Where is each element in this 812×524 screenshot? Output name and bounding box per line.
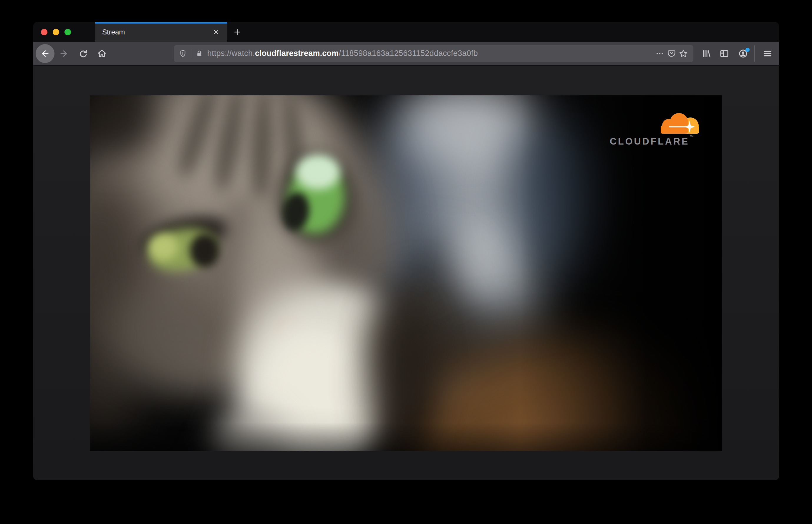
cloudflare-wordmark: CLOUDFLARE [610,136,689,147]
pocket-icon [667,49,676,58]
toolbar-separator [754,45,755,62]
urlbar-separator [191,49,191,59]
star-icon [678,49,688,59]
forward-button[interactable] [58,47,70,60]
page-actions-button[interactable] [654,48,666,60]
macos-fullscreen-button[interactable] [64,29,71,35]
cloudflare-cloud-icon [656,112,701,135]
reload-button[interactable] [77,47,90,60]
cloudflare-watermark-logo [656,112,701,135]
close-icon [213,29,220,35]
new-tab-button[interactable] [232,27,243,38]
reload-icon [78,49,88,59]
url-bar[interactable]: https://watch.cloudflarestream.com/11859… [174,45,693,62]
url-text[interactable]: https://watch.cloudflarestream.com/11859… [207,49,478,58]
navigation-toolbar: https://watch.cloudflarestream.com/11859… [33,42,779,66]
active-tab-indicator [95,22,227,23]
tab-stream[interactable]: Stream [95,22,227,42]
tab-close-button[interactable] [211,27,221,37]
plus-icon [233,28,242,36]
sidebar-toggle-button[interactable] [717,47,731,61]
home-icon [97,48,107,59]
video-bottom-shadow-overlay [90,95,722,451]
bookmark-star-button[interactable] [678,48,689,60]
tab-title: Stream [102,28,125,36]
video-player[interactable]: CLOUDFLARE™ [90,95,722,451]
forward-arrow-icon [59,49,69,59]
tab-bar: Stream [33,22,779,42]
macos-window-controls [41,22,71,42]
hamburger-menu-icon [762,48,773,59]
cloudflare-watermark-text: CLOUDFLARE™ [610,134,694,147]
tracking-protection-shield-icon[interactable] [178,49,188,59]
lock-icon[interactable] [194,49,204,59]
url-domain: cloudflarestream.com [255,49,339,58]
ellipsis-icon [655,49,665,58]
library-button[interactable] [699,47,713,61]
url-path: /118598a163a125631152ddaccfe3a0fb [339,49,478,58]
back-button[interactable] [36,44,54,63]
desktop-background: Stream [0,0,812,524]
account-notification-dot [745,48,750,52]
browser-window: Stream [33,22,779,480]
account-button[interactable] [736,47,750,61]
macos-close-button[interactable] [41,29,47,35]
menu-button[interactable] [761,47,775,61]
home-button[interactable] [95,47,108,60]
library-icon [701,48,712,59]
back-arrow-icon [40,49,50,59]
cloudflare-trademark-mark: ™ [690,134,694,139]
macos-minimize-button[interactable] [53,29,59,35]
page-content: CLOUDFLARE™ [33,66,779,480]
pocket-button[interactable] [666,48,678,60]
sidebar-icon [719,48,730,59]
url-scheme-subdomain: https://watch. [207,49,255,58]
